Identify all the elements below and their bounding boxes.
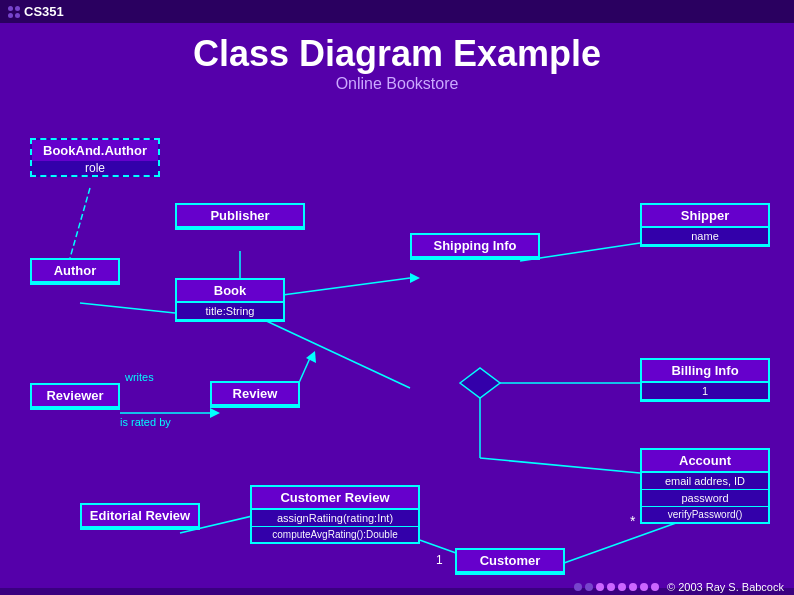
customer-review-box: Customer Review assignRatiing(rating:Int… <box>250 485 420 544</box>
svg-line-11 <box>480 458 640 473</box>
author-title: Author <box>32 260 118 283</box>
book-title: Book <box>177 280 283 303</box>
billing-info-title: Billing Info <box>642 360 768 383</box>
shipper-title: Shipper <box>642 205 768 228</box>
bottom-dot-6 <box>629 583 637 591</box>
account-mult: * <box>630 513 635 529</box>
svg-marker-5 <box>410 273 420 283</box>
course-code: CS351 <box>24 4 64 19</box>
reviewer-box: Reviewer <box>30 383 120 410</box>
copyright-text: © 2003 Ray S. Babcock <box>667 581 784 593</box>
diagram-area: BookAnd.Author role Publisher Shipper na… <box>20 103 774 583</box>
top-bar: CS351 <box>0 0 794 23</box>
bottom-dot-8 <box>651 583 659 591</box>
account-method1: verifyPassword() <box>642 507 768 522</box>
page-subtitle: Online Bookstore <box>20 75 774 93</box>
bottom-dots <box>574 583 659 591</box>
review-box: Review <box>210 381 300 408</box>
book-attr1: title:String <box>177 303 283 320</box>
author-box: Author <box>30 258 120 285</box>
customer-review-method1: assignRatiing(rating:Int) <box>252 510 418 527</box>
editorial-review-title: Editorial Review <box>82 505 198 528</box>
writes-label: writes <box>125 371 154 383</box>
header-dots <box>8 6 20 18</box>
account-attr2: password <box>642 490 768 507</box>
book-box: Book title:String <box>175 278 285 322</box>
bottom-dot-1 <box>574 583 582 591</box>
shipping-info-title: Shipping Info <box>412 235 538 258</box>
reviewer-title: Reviewer <box>32 385 118 408</box>
book-and-author-title: BookAnd.Author <box>32 140 158 161</box>
editorial-review-box: Editorial Review <box>80 503 200 530</box>
page-title: Class Diagram Example <box>20 33 774 75</box>
book-and-author-attr1: role <box>32 161 158 175</box>
billing-info-attr1: 1 <box>642 383 768 400</box>
svg-marker-15 <box>306 351 316 363</box>
bottom-dot-2 <box>585 583 593 591</box>
svg-marker-13 <box>210 408 220 418</box>
book-and-author-box: BookAnd.Author role <box>30 138 160 177</box>
main-content: Class Diagram Example Online Bookstore <box>0 23 794 588</box>
billing-info-box: Billing Info 1 <box>640 358 770 402</box>
review-title: Review <box>212 383 298 406</box>
customer-review-method2: computeAvgRating():Double <box>252 527 418 542</box>
customer-box: Customer <box>455 548 565 575</box>
bottom-bar: © 2003 Ray S. Babcock <box>0 581 794 593</box>
customer-title: Customer <box>457 550 563 573</box>
svg-line-0 <box>70 188 90 258</box>
bottom-dot-4 <box>607 583 615 591</box>
svg-marker-8 <box>460 368 500 398</box>
shipper-box: Shipper name <box>640 203 770 247</box>
customer-review-title: Customer Review <box>252 487 418 510</box>
svg-line-6 <box>260 318 410 388</box>
svg-line-18 <box>550 518 690 568</box>
account-box: Account email addres, ID password verify… <box>640 448 770 524</box>
bottom-dot-7 <box>640 583 648 591</box>
shipper-attr1: name <box>642 228 768 245</box>
shipping-info-box: Shipping Info <box>410 233 540 260</box>
svg-line-2 <box>80 303 175 313</box>
is-rated-by-label: is rated by <box>120 416 171 428</box>
publisher-title: Publisher <box>177 205 303 228</box>
customer-mult: 1 <box>436 553 443 567</box>
bottom-dot-5 <box>618 583 626 591</box>
account-attr1: email addres, ID <box>642 473 768 490</box>
account-title: Account <box>642 450 768 473</box>
bottom-dot-3 <box>596 583 604 591</box>
publisher-box: Publisher <box>175 203 305 230</box>
